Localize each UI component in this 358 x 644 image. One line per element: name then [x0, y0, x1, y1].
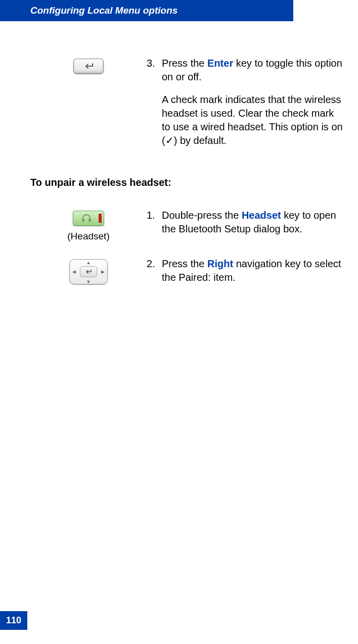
- step-1-number: 1.: [147, 209, 162, 245]
- page-number: 110: [0, 611, 27, 630]
- step-2-line: Press the Right navigation key to select…: [162, 257, 343, 284]
- step-3-body: Press the Enter key to toggle this optio…: [162, 57, 343, 157]
- step-2-text: 2. Press the Right navigation key to sel…: [147, 257, 343, 293]
- navigation-pad-icon: ▲ ▼ ◀ ▶: [69, 259, 108, 284]
- page: Configuring Local Menu options 3. Press …: [0, 0, 358, 644]
- enter-keyword: Enter: [207, 58, 233, 69]
- page-header: Configuring Local Menu options: [0, 0, 293, 21]
- step-2-row: ▲ ▼ ◀ ▶ 2. Press the Right navigation ke…: [30, 257, 343, 293]
- step-2-body: Press the Right navigation key to select…: [162, 257, 343, 293]
- header-title: Configuring Local Menu options: [30, 5, 177, 16]
- step-3-line1: Press the Enter key to toggle this optio…: [162, 57, 343, 84]
- enter-key-cell: [30, 57, 147, 157]
- headset-key-icon: [73, 211, 104, 226]
- unpair-subheading: To unpair a wireless headset:: [30, 177, 343, 188]
- headset-caption: (Headset): [30, 231, 147, 242]
- svg-rect-1: [89, 219, 91, 222]
- nav-left-icon: ◀: [72, 269, 76, 274]
- nav-down-icon: ▼: [86, 279, 91, 284]
- navpad-cell: ▲ ▼ ◀ ▶: [30, 257, 147, 293]
- right-keyword: Right: [207, 258, 233, 269]
- headset-key-cell: (Headset): [30, 209, 147, 245]
- step-2-number: 2.: [147, 257, 162, 293]
- step-1-body: Double-press the Headset key to open the…: [162, 209, 343, 245]
- step-1-line: Double-press the Headset key to open the…: [162, 209, 343, 236]
- nav-right-icon: ▶: [101, 269, 105, 274]
- headset-keyword: Headset: [242, 210, 281, 221]
- nav-center-icon: [80, 266, 97, 277]
- page-content: 3. Press the Enter key to toggle this op…: [0, 21, 358, 293]
- step-3-row: 3. Press the Enter key to toggle this op…: [30, 57, 343, 157]
- svg-rect-0: [82, 219, 84, 222]
- step-3-line2: A check mark indicates that the wireless…: [162, 93, 343, 147]
- checkmark-glyph: ✓: [165, 135, 174, 146]
- step-1-text: 1. Double-press the Headset key to open …: [147, 209, 343, 245]
- enter-key-icon: [73, 59, 104, 74]
- step-1-row: (Headset) 1. Double-press the Headset ke…: [30, 209, 343, 245]
- step-3-number: 3.: [147, 57, 162, 157]
- nav-up-icon: ▲: [86, 260, 91, 265]
- step-3-text: 3. Press the Enter key to toggle this op…: [147, 57, 343, 157]
